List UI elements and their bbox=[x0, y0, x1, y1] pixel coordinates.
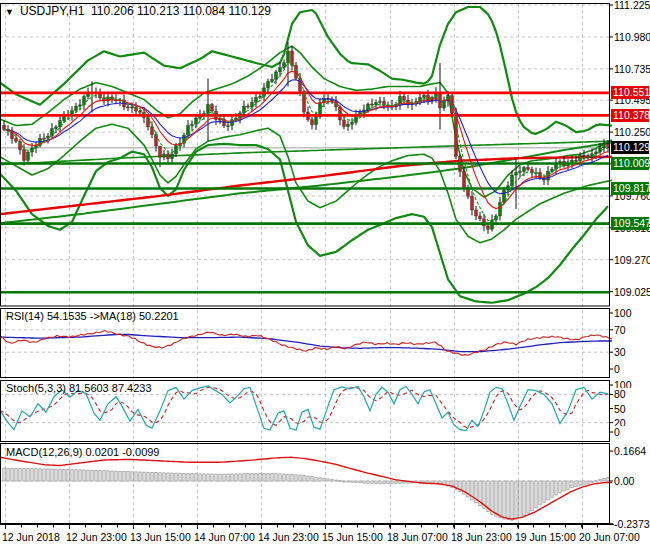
macd-histogram-bar bbox=[127, 472, 129, 481]
macd-histogram-bar bbox=[211, 474, 213, 481]
macd-histogram-bar bbox=[163, 473, 165, 481]
macd-histogram-bar bbox=[383, 481, 385, 484]
macd-histogram-bar bbox=[539, 481, 541, 505]
candle-body bbox=[302, 91, 305, 112]
candle-body bbox=[226, 126, 229, 127]
macd-histogram-bar bbox=[195, 474, 197, 481]
candle-body bbox=[78, 105, 81, 106]
macd-histogram-bar bbox=[3, 468, 5, 481]
macd-histogram-bar bbox=[595, 481, 597, 482]
candle-body bbox=[582, 155, 585, 156]
price-badge: 110.551 bbox=[611, 86, 649, 99]
candle-body bbox=[402, 96, 405, 100]
candle-body bbox=[598, 148, 601, 152]
candle-body bbox=[442, 101, 445, 108]
macd-histogram-bar bbox=[371, 481, 373, 483]
macd-histogram-bar bbox=[387, 481, 389, 484]
macd-histogram-bar bbox=[523, 481, 525, 516]
macd-histogram-bar bbox=[323, 478, 325, 481]
macd-histogram-bar bbox=[363, 481, 365, 483]
macd-histogram-bar bbox=[567, 481, 569, 489]
macd-histogram-bar bbox=[507, 481, 509, 520]
macd-histogram-bar bbox=[319, 478, 321, 481]
macd-histogram-bar bbox=[151, 472, 153, 481]
candle-body bbox=[254, 97, 257, 102]
macd-histogram-bar bbox=[267, 473, 269, 481]
macd-histogram-bar bbox=[591, 481, 593, 482]
macd-histogram-bar bbox=[291, 475, 293, 481]
candle-body bbox=[166, 154, 169, 159]
macd-histogram-bar bbox=[243, 474, 245, 481]
macd-histogram-bar bbox=[155, 473, 157, 481]
candle-body bbox=[286, 51, 289, 63]
candle-body bbox=[278, 68, 281, 72]
candle-body bbox=[310, 120, 313, 125]
macd-histogram-bar bbox=[327, 479, 329, 481]
macd-histogram-bar bbox=[31, 469, 33, 481]
macd-histogram-bar bbox=[391, 481, 393, 484]
time-axis-label: 18 Jun 07:00 bbox=[387, 531, 448, 543]
trading-chart-window: ▼USDJPY,H1 110.206 110.213 110.084 110.1… bbox=[0, 0, 650, 550]
price-axis-label: 110.735 bbox=[614, 63, 650, 75]
price-axis-label: 111.225 bbox=[614, 0, 650, 11]
chevron-down-icon[interactable]: ▼ bbox=[5, 7, 14, 17]
macd-histogram-bar bbox=[231, 474, 233, 481]
rsi-axis-label: 70 bbox=[614, 324, 650, 336]
macd-histogram-bar bbox=[91, 470, 93, 481]
macd-indicator-label: MACD(12,26,9) 0.0201 -0.0099 bbox=[6, 446, 159, 458]
candle-body bbox=[54, 127, 57, 129]
time-axis-label: 19 Jun 15:00 bbox=[515, 531, 576, 543]
candle-body bbox=[130, 107, 133, 108]
macd-histogram-bar bbox=[139, 472, 141, 481]
rsi-main-line bbox=[0, 331, 612, 356]
candle-body bbox=[74, 106, 77, 110]
macd-histogram-bar bbox=[239, 474, 241, 481]
time-axis-label: 20 Jun 07:00 bbox=[579, 531, 640, 543]
time-axis-label: 12 Jun 23:00 bbox=[66, 531, 127, 543]
candle-body bbox=[374, 103, 377, 105]
macd-histogram-bar bbox=[15, 468, 17, 481]
time-axis-label: 13 Jun 15:00 bbox=[130, 531, 191, 543]
candle-body bbox=[378, 101, 381, 102]
time-axis-label: 15 Jun 15:00 bbox=[322, 531, 383, 543]
macd-histogram-bar bbox=[579, 481, 581, 486]
ma-green-rising bbox=[0, 142, 612, 223]
price-badge: 110.009 bbox=[611, 157, 649, 170]
macd-histogram-bar bbox=[67, 470, 69, 481]
candle-body bbox=[314, 117, 317, 125]
macd-histogram-bar bbox=[235, 474, 237, 481]
macd-histogram-bar bbox=[607, 477, 609, 481]
macd-histogram-bar bbox=[259, 473, 261, 481]
macd-histogram-bar bbox=[59, 469, 61, 481]
macd-histogram-bar bbox=[199, 474, 201, 481]
macd-histogram-bar bbox=[159, 473, 161, 481]
macd-histogram-bar bbox=[111, 471, 113, 481]
macd-histogram-bar bbox=[147, 472, 149, 481]
macd-histogram-bar bbox=[223, 474, 225, 481]
candle-body bbox=[2, 126, 5, 130]
candle-body bbox=[126, 107, 129, 108]
macd-histogram-bar bbox=[215, 474, 217, 481]
candle-body bbox=[22, 150, 25, 161]
candle-body bbox=[14, 139, 17, 142]
bollinger-inner-lower bbox=[0, 124, 612, 243]
macd-histogram-bar bbox=[307, 476, 309, 481]
price-axis-label: 110.250 bbox=[614, 126, 650, 138]
macd-histogram-bar bbox=[519, 481, 521, 518]
macd-histogram-bar bbox=[399, 481, 401, 483]
candle-body bbox=[522, 168, 525, 172]
chart-canvas[interactable] bbox=[0, 0, 650, 550]
macd-histogram-bar bbox=[279, 474, 281, 481]
macd-histogram-bar bbox=[587, 481, 589, 483]
candle-body bbox=[518, 171, 521, 172]
macd-axis-label: 0.00 bbox=[614, 475, 650, 487]
macd-histogram-bar bbox=[179, 473, 181, 481]
macd-histogram-bar bbox=[63, 469, 65, 481]
macd-histogram-bar bbox=[207, 474, 209, 481]
macd-histogram-bar bbox=[331, 479, 333, 481]
macd-histogram-bar bbox=[335, 480, 337, 481]
ma-green-flat bbox=[0, 141, 612, 164]
macd-histogram-bar bbox=[43, 469, 45, 481]
macd-histogram-bar bbox=[555, 481, 557, 495]
macd-histogram-bar bbox=[187, 473, 189, 481]
